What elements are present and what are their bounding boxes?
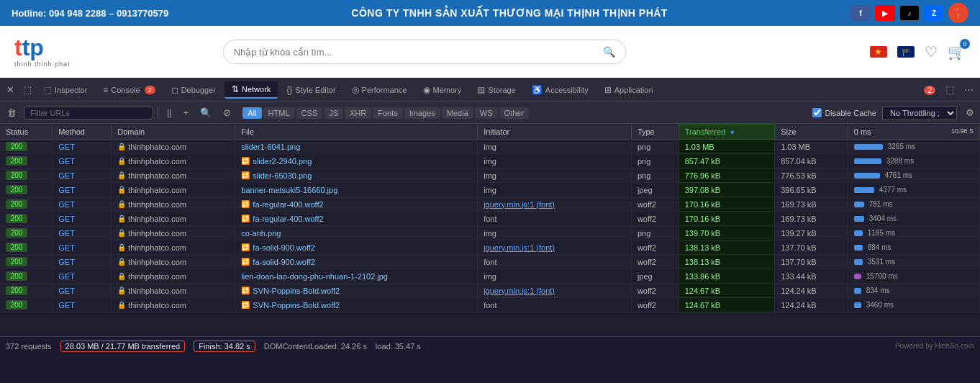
file-name[interactable]: slider1-6041.png	[241, 143, 300, 151]
uk-flag-icon[interactable]: 🏴	[897, 46, 915, 58]
tab-application[interactable]: ⊞ Application	[597, 82, 661, 98]
td-file: 🔁 fa-regular-400.woff2	[235, 212, 478, 226]
devtools-inspector-icon[interactable]: ⬚	[19, 82, 35, 97]
td-transferred: 124.67 kB	[679, 284, 774, 298]
th-size[interactable]: Size	[775, 125, 848, 140]
type-images-button[interactable]: Images	[404, 107, 440, 119]
cached-icon: 🔁	[241, 171, 250, 179]
file-name[interactable]: fa-regular-400.woff2	[253, 215, 323, 223]
add-filter-button[interactable]: +	[179, 106, 194, 120]
initiator-link[interactable]: jquery.min.js:1 (font)	[484, 287, 555, 295]
table-row[interactable]: 200 GET 🔒 thinhphatco.com 🔁 fa-solid-900…	[0, 255, 980, 269]
zalo-icon[interactable]: Z	[924, 5, 944, 21]
th-domain[interactable]: Domain	[112, 125, 235, 140]
throttle-select[interactable]: No Throttling ;	[882, 106, 957, 120]
type-fonts-button[interactable]: Fonts	[373, 107, 403, 119]
type-css-button[interactable]: CSS	[296, 107, 323, 119]
cached-icon: 🔁	[241, 243, 250, 251]
search-button[interactable]: 🔍	[593, 40, 625, 63]
tab-debugger[interactable]: ◻ Debugger	[164, 82, 223, 98]
file-name[interactable]: slider-65030.png	[253, 171, 312, 180]
td-size: 857.04 kB	[775, 154, 848, 168]
clear-network-button[interactable]: 🗑	[3, 106, 21, 120]
responsive-design-button[interactable]: ⬚	[942, 82, 958, 97]
logo-text: ttp	[14, 36, 44, 59]
table-row[interactable]: 200 GET 🔒 thinhphatco.com 🔁 SVN-Poppins-…	[0, 298, 980, 312]
file-name[interactable]: fa-solid-900.woff2	[253, 243, 315, 252]
initiator-link[interactable]: jquery.min.js:1 (font)	[484, 243, 555, 252]
disable-cache-checkbox[interactable]	[812, 108, 822, 117]
filter-urls-input[interactable]	[24, 107, 153, 120]
file-name[interactable]: slider2-2940.png	[253, 157, 312, 166]
tiktok-icon[interactable]: ♪	[899, 5, 920, 21]
disable-cache-label[interactable]: Disable Cache	[812, 108, 876, 117]
type-text: png	[638, 157, 650, 166]
file-name[interactable]: banner-metsuki5-16660.jpg	[241, 186, 337, 194]
cart-icon[interactable]: 🛒 0	[948, 43, 966, 60]
facebook-icon[interactable]: f	[850, 5, 871, 21]
more-tools-button[interactable]: ⋯	[961, 82, 977, 97]
heart-icon[interactable]: ♡	[925, 43, 938, 60]
th-type[interactable]: Type	[631, 125, 679, 140]
domain-text: thinhphatco.com	[128, 186, 186, 194]
type-ws-button[interactable]: WS	[475, 107, 498, 119]
file-name[interactable]: SVN-Poppins-Bold.woff2	[253, 301, 340, 310]
table-row[interactable]: 200 GET 🔒 thinhphatco.com 🔁 slider2-2940…	[0, 154, 980, 168]
table-row[interactable]: 200 GET 🔒 thinhphatco.com 🔁 fa-regular-4…	[0, 197, 980, 212]
file-name[interactable]: SVN-Poppins-Bold.woff2	[253, 287, 340, 295]
th-timeline[interactable]: 0 ms 10.96 S	[848, 125, 979, 140]
tab-accessibility[interactable]: ♿ Accessibility	[525, 82, 596, 98]
clear-filter-button[interactable]: ⊘	[219, 106, 235, 120]
timeline-bar	[854, 230, 863, 236]
file-name[interactable]: fa-regular-400.woff2	[253, 200, 323, 209]
logo[interactable]: ttp thinh thinh phat	[14, 36, 94, 68]
table-row[interactable]: 200 GET 🔒 thinhphatco.com lien-doan-lao-…	[0, 269, 980, 284]
type-js-button[interactable]: JS	[324, 107, 343, 119]
tab-inspector[interactable]: ⬚ Inspector	[37, 82, 94, 98]
file-name[interactable]: fa-solid-900.woff2	[253, 258, 315, 266]
table-row[interactable]: 200 GET 🔒 thinhphatco.com 🔁 slider-65030…	[0, 168, 980, 183]
error-count-button[interactable]: 2	[920, 82, 939, 97]
devtools-close-button[interactable]: ✕	[3, 82, 18, 97]
search-input[interactable]	[224, 41, 593, 63]
table-row[interactable]: 200 GET 🔒 thinhphatco.com slider1-6041.p…	[0, 140, 980, 154]
tab-network[interactable]: ⇅ Network	[224, 81, 278, 99]
type-other-button[interactable]: Other	[499, 107, 530, 119]
tab-style-editor[interactable]: {} Style Editor	[279, 82, 342, 98]
tab-storage[interactable]: ▤ Storage	[470, 82, 523, 98]
file-name[interactable]: co-anh.png	[241, 229, 281, 238]
td-status: 200	[0, 197, 53, 212]
th-initiator[interactable]: Initiator	[478, 125, 632, 140]
td-type: jpeg	[631, 183, 679, 197]
type-html-button[interactable]: HTML	[263, 107, 295, 119]
cached-icon: 🔁	[241, 287, 250, 294]
table-row[interactable]: 200 GET 🔒 thinhphatco.com banner-metsuki…	[0, 183, 980, 197]
type-text: woff2	[638, 200, 656, 209]
type-all-button[interactable]: All	[242, 107, 261, 119]
gear-settings-button[interactable]: ⚙	[963, 106, 977, 120]
file-name[interactable]: lien-doan-lao-dong-phu-nhuan-1-2102.jpg	[241, 272, 388, 281]
table-row[interactable]: 200 GET 🔒 thinhphatco.com co-anh.png img…	[0, 226, 980, 240]
search-filter-button[interactable]: 🔍	[196, 106, 216, 120]
type-xhr-button[interactable]: XHR	[345, 107, 371, 119]
search-bar[interactable]: 🔍	[223, 40, 626, 64]
table-row[interactable]: 200 GET 🔒 thinhphatco.com 🔁 fa-solid-900…	[0, 240, 980, 255]
vietnam-flag-icon[interactable]: ★	[870, 46, 887, 58]
memory-icon: ◉	[423, 85, 430, 95]
th-file[interactable]: File	[235, 125, 478, 140]
th-method[interactable]: Method	[53, 125, 112, 140]
youtube-icon[interactable]: ▶	[875, 5, 895, 21]
table-row[interactable]: 200 GET 🔒 thinhphatco.com 🔁 SVN-Poppins-…	[0, 284, 980, 298]
tab-performance[interactable]: ◎ Performance	[345, 82, 414, 98]
filter-separator-icon[interactable]: ||	[163, 106, 176, 120]
map-icon[interactable]: 📍	[948, 3, 968, 23]
table-row[interactable]: 200 GET 🔒 thinhphatco.com 🔁 fa-regular-4…	[0, 212, 980, 226]
th-transferred[interactable]: Transferred ▼	[679, 125, 774, 140]
td-initiator: jquery.min.js:1 (font)	[478, 284, 632, 298]
initiator-link[interactable]: jquery.min.js:1 (font)	[484, 200, 555, 209]
tab-memory[interactable]: ◉ Memory	[416, 82, 469, 98]
th-status[interactable]: Status	[0, 125, 53, 140]
time-text: 4761 ms	[885, 171, 912, 179]
type-media-button[interactable]: Media	[442, 107, 473, 119]
tab-console[interactable]: ≡ Console 2	[96, 82, 162, 98]
